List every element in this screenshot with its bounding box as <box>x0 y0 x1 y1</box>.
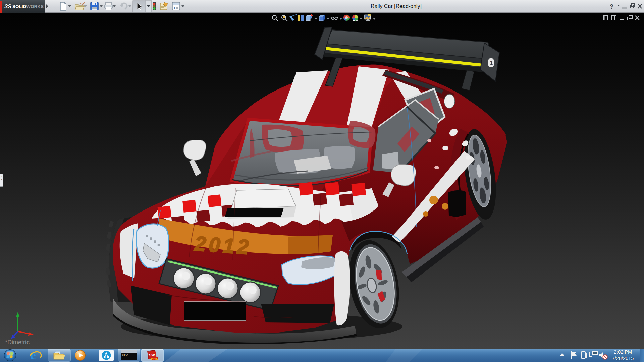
svg-text:C:\>_: C:\>_ <box>122 353 130 356</box>
svg-text:1: 1 <box>490 60 493 66</box>
svg-text:e: e <box>30 349 36 362</box>
svg-text:2012: 2012 <box>194 232 252 259</box>
svg-text:SW: SW <box>149 353 155 357</box>
svg-text:2015: 2015 <box>151 357 158 361</box>
